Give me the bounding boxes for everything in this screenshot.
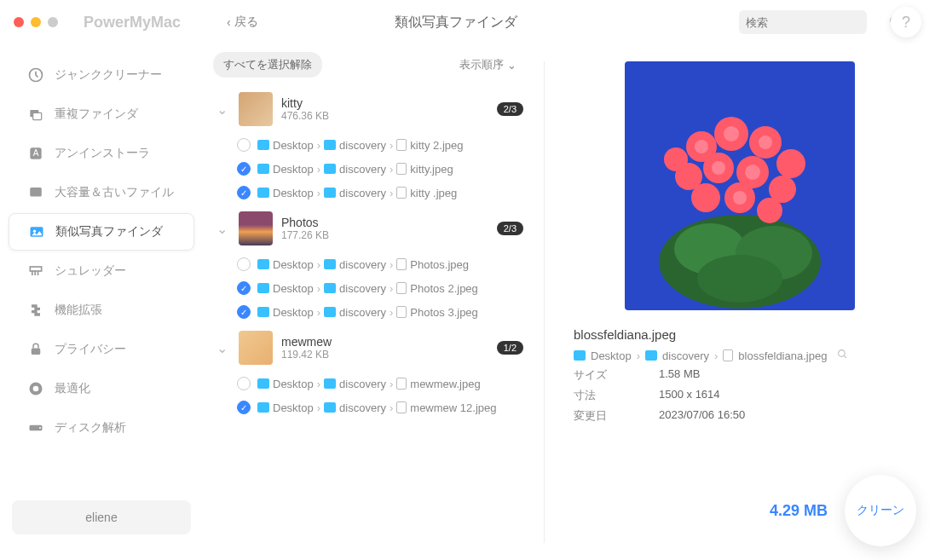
group-count-badge: 2/3 <box>497 102 523 116</box>
body: ジャンククリーナー重複ファインダAアンインストーラ大容量＆古いファイル類似写真フ… <box>0 44 935 560</box>
group-header[interactable]: ⌄ Photos 177.26 KB 2/3 <box>203 205 537 252</box>
reveal-icon[interactable] <box>837 349 848 362</box>
group-thumbnail <box>239 92 273 126</box>
chevron-down-icon: ⌄ <box>507 59 517 72</box>
svg-rect-4 <box>33 113 42 119</box>
folder-icon <box>645 350 657 361</box>
file-icon <box>396 378 407 390</box>
sidebar-item-privacy[interactable]: プライバシー <box>9 331 194 368</box>
help-button[interactable]: ? <box>891 7 921 38</box>
sidebar-item-junk[interactable]: ジャンククリーナー <box>9 56 194 94</box>
file-path: Desktop›discovery›mewmew.jpeg <box>257 378 481 390</box>
svg-point-32 <box>691 183 720 212</box>
sort-button[interactable]: 表示順序 ⌄ <box>459 57 517 72</box>
file-name: kitty 2.jpeg <box>410 139 463 152</box>
file-checkbox[interactable] <box>237 281 251 295</box>
chevron-down-icon[interactable]: ⌄ <box>216 340 230 356</box>
sidebar-item-label: 機能拡張 <box>55 303 102 318</box>
svg-point-36 <box>695 140 708 153</box>
group-thumbnail <box>239 331 273 365</box>
file-row[interactable]: Desktop›discovery›kitty.jpeg <box>203 157 537 181</box>
total-size: 4.29 MB <box>770 502 828 520</box>
file-checkbox[interactable] <box>237 377 251 390</box>
file-name: mewmew 12.jpeg <box>410 401 496 414</box>
group-header[interactable]: ⌄ mewmew 119.42 KB 1/2 <box>203 324 537 372</box>
file-name: Photos 3.jpeg <box>410 306 478 319</box>
deselect-all-button[interactable]: すべてを選択解除 <box>213 52 322 78</box>
user-badge[interactable]: eliene <box>12 500 191 534</box>
group-count-badge: 2/3 <box>497 222 523 235</box>
file-icon <box>396 163 407 175</box>
chevron-down-icon[interactable]: ⌄ <box>216 221 230 237</box>
file-checkbox[interactable] <box>237 401 251 414</box>
file-name: kitty.jpeg <box>410 163 453 176</box>
list-header: すべてを選択解除 表示順序 ⌄ <box>203 44 544 85</box>
file-path: Desktop›discovery›mewmew 12.jpeg <box>257 401 496 414</box>
svg-point-37 <box>724 126 739 141</box>
group-header[interactable]: ⌄ kitty 476.36 KB 2/3 <box>203 85 537 133</box>
clean-button[interactable]: クリーン <box>845 475 916 546</box>
folder-icon <box>324 140 336 150</box>
preview-path: Desktop › discovery › blossfeldiana.jpeg <box>574 349 906 362</box>
file-row[interactable]: Desktop›discovery›mewmew.jpeg <box>203 372 537 395</box>
folder-icon <box>257 164 269 174</box>
shredder-icon <box>27 263 44 280</box>
sidebar-item-largefiles[interactable]: 大容量＆古いファイル <box>9 174 194 211</box>
file-checkbox[interactable] <box>237 186 251 199</box>
meta-modified: 変更日 2023/07/06 16:50 <box>574 408 906 424</box>
chevron-down-icon[interactable]: ⌄ <box>216 101 230 118</box>
sidebar-item-similar[interactable]: 類似写真ファインダ <box>9 213 194 251</box>
file-row[interactable]: Desktop›discovery›mewmew 12.jpeg <box>203 395 537 419</box>
file-row[interactable]: Desktop›discovery›Photos 2.jpeg <box>203 276 537 300</box>
sidebar-item-uninstaller[interactable]: Aアンインストーラ <box>9 135 194 172</box>
svg-point-40 <box>745 165 760 180</box>
main: すべてを選択解除 表示順序 ⌄ ⌄ kitty 476.36 KB 2/3 De… <box>203 44 935 560</box>
file-row[interactable]: Desktop›discovery›kitty .jpeg <box>203 181 537 205</box>
folder-icon <box>324 402 336 413</box>
maximize-window-icon[interactable] <box>48 17 58 27</box>
file-checkbox[interactable] <box>237 257 251 271</box>
svg-point-38 <box>759 136 772 149</box>
folder-icon <box>257 259 269 269</box>
optimize-icon <box>27 380 44 397</box>
sidebar-item-disk[interactable]: ディスク解析 <box>9 409 194 447</box>
folder-icon <box>257 378 269 389</box>
folder-icon <box>257 307 269 317</box>
sidebar-item-optimize[interactable]: 最適化 <box>9 370 194 407</box>
privacy-icon <box>27 341 44 358</box>
folder-icon <box>324 259 336 269</box>
svg-point-23 <box>697 255 782 303</box>
sidebar-item-label: アンインストーラ <box>55 146 150 161</box>
minimize-window-icon[interactable] <box>31 17 41 27</box>
svg-point-42 <box>839 350 846 357</box>
file-row[interactable]: Desktop›discovery›kitty 2.jpeg <box>203 133 537 157</box>
duplicate-icon <box>27 106 44 123</box>
sort-label: 表示順序 <box>459 57 504 72</box>
file-icon <box>396 187 407 199</box>
group-size: 476.36 KB <box>281 110 488 122</box>
close-window-icon[interactable] <box>14 17 24 27</box>
file-checkbox[interactable] <box>237 162 251 176</box>
page-title: 類似写真ファインダ <box>183 14 729 32</box>
groups-list[interactable]: ⌄ kitty 476.36 KB 2/3 Desktop›discovery›… <box>203 85 544 560</box>
folder-icon <box>574 350 586 361</box>
window-controls <box>14 17 58 27</box>
sidebar-item-extensions[interactable]: 機能拡張 <box>9 292 194 329</box>
file-checkbox[interactable] <box>237 305 251 319</box>
svg-rect-10 <box>30 267 41 271</box>
file-path: Desktop›discovery›kitty .jpeg <box>257 187 457 199</box>
sidebar-item-shredder[interactable]: シュレッダー <box>9 252 194 290</box>
folder-icon <box>324 307 336 317</box>
svg-point-9 <box>33 230 36 233</box>
sidebar-item-duplicate[interactable]: 重複ファインダ <box>9 95 194 133</box>
search-box[interactable] <box>739 10 867 34</box>
file-row[interactable]: Desktop›discovery›Photos 3.jpeg <box>203 300 537 324</box>
search-input[interactable] <box>746 16 889 29</box>
file-checkbox[interactable] <box>237 138 251 152</box>
file-path: Desktop›discovery›Photos 2.jpeg <box>257 282 478 295</box>
svg-point-16 <box>33 386 39 392</box>
largefiles-icon <box>27 184 44 201</box>
group-name: mewmew <box>281 335 488 349</box>
file-row[interactable]: Desktop›discovery›Photos.jpeg <box>203 252 537 276</box>
file-path: Desktop›discovery›Photos.jpeg <box>257 258 469 271</box>
